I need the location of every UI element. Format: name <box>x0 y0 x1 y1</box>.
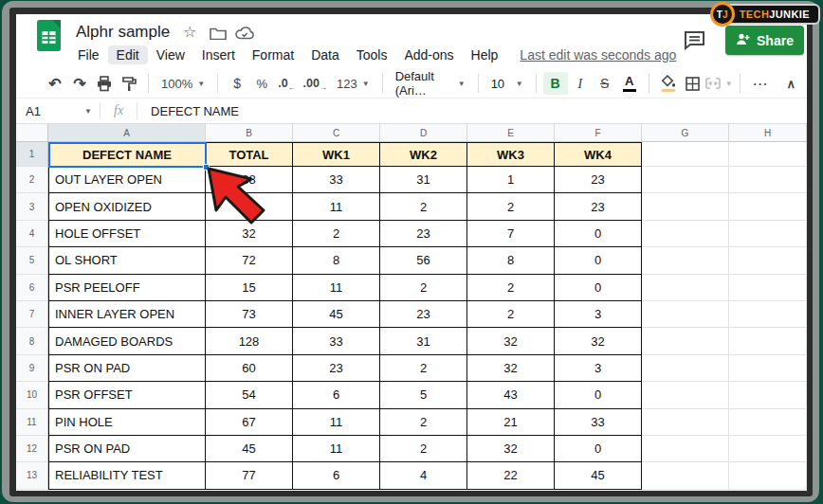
row-header-11[interactable]: 11 <box>16 409 48 436</box>
undo-icon[interactable]: ↶ <box>43 72 67 95</box>
cell-D1[interactable]: WK2 <box>380 142 467 167</box>
menu-item-add-ons[interactable]: Add-ons <box>395 45 462 64</box>
increase-decimal-button[interactable]: .00→ <box>300 77 331 90</box>
comment-history-icon[interactable] <box>684 30 705 54</box>
cell-D11[interactable]: 2 <box>380 409 467 436</box>
cell-A3[interactable]: OPEN OXIDIZED <box>48 193 206 220</box>
row-header-6[interactable]: 6 <box>16 275 48 301</box>
cell-E2[interactable]: 1 <box>467 167 555 193</box>
cell-E6[interactable]: 2 <box>467 275 555 301</box>
document-title[interactable]: Alphr sample <box>76 23 170 42</box>
cell-H10[interactable] <box>729 382 807 408</box>
cell-D4[interactable]: 23 <box>380 221 467 247</box>
menu-item-data[interactable]: Data <box>302 45 348 64</box>
cell-F1[interactable]: WK4 <box>555 142 642 167</box>
cell-D10[interactable]: 5 <box>380 382 467 408</box>
cell-G4[interactable] <box>642 221 729 247</box>
cell-D2[interactable]: 31 <box>380 167 467 193</box>
cell-A6[interactable]: PSR PEELOFF <box>48 275 206 301</box>
cell-A10[interactable]: PSR OFFSET <box>48 382 206 408</box>
menu-item-file[interactable]: File <box>69 45 108 64</box>
cell-C9[interactable]: 23 <box>293 355 380 382</box>
cell-E13[interactable]: 22 <box>467 462 555 489</box>
cell-G9[interactable] <box>642 355 729 382</box>
cell-A2[interactable]: OUT LAYER OPEN <box>48 167 206 193</box>
font-family-select[interactable]: Default (Ari… ▼ <box>390 72 471 95</box>
cell-E5[interactable]: 8 <box>467 247 555 274</box>
cell-F10[interactable]: 0 <box>555 382 642 408</box>
cloud-status-icon[interactable] <box>235 27 254 44</box>
cell-G5[interactable] <box>642 247 729 274</box>
cell-D7[interactable]: 23 <box>380 301 467 328</box>
cell-A8[interactable]: DAMAGED BOARDS <box>48 328 206 354</box>
cell-G3[interactable] <box>642 193 729 220</box>
column-header-C[interactable]: C <box>293 124 380 142</box>
column-header-F[interactable]: F <box>555 124 642 142</box>
bold-button[interactable]: B <box>543 72 568 95</box>
formula-input[interactable]: DEFECT NAME <box>137 104 239 118</box>
decrease-decimal-button[interactable]: .0← <box>274 77 299 90</box>
cell-C6[interactable]: 11 <box>293 275 380 301</box>
cell-F11[interactable]: 33 <box>555 409 642 436</box>
cell-F12[interactable]: 0 <box>555 436 642 462</box>
cell-D6[interactable]: 2 <box>380 275 467 301</box>
cell-F13[interactable]: 45 <box>555 462 642 489</box>
cell-E3[interactable]: 2 <box>467 193 555 220</box>
cell-B9[interactable]: 60 <box>206 355 293 382</box>
zoom-select[interactable]: 100% ▼ <box>155 72 210 95</box>
grid-corner-box[interactable] <box>16 124 48 142</box>
strikethrough-button[interactable]: S <box>593 72 617 95</box>
column-header-D[interactable]: D <box>380 124 467 142</box>
cell-C5[interactable]: 8 <box>293 247 380 274</box>
move-folder-icon[interactable] <box>210 27 227 44</box>
cell-C3[interactable]: 11 <box>293 193 380 220</box>
cell-C1[interactable]: WK1 <box>293 142 380 167</box>
cell-H8[interactable] <box>729 328 807 354</box>
cell-E11[interactable]: 21 <box>467 409 555 436</box>
cell-G2[interactable] <box>642 167 729 193</box>
row-header-3[interactable]: 3 <box>16 193 48 220</box>
cell-G1[interactable] <box>642 142 729 167</box>
print-icon[interactable] <box>92 72 117 95</box>
menu-item-tools[interactable]: Tools <box>348 45 396 64</box>
cell-C4[interactable]: 2 <box>293 221 380 247</box>
cell-F5[interactable]: 0 <box>555 247 642 274</box>
row-header-13[interactable]: 13 <box>16 462 48 489</box>
cell-D8[interactable]: 31 <box>380 328 467 354</box>
format-currency-button[interactable]: $ <box>225 72 249 95</box>
cell-H1[interactable] <box>729 142 807 167</box>
column-header-H[interactable]: H <box>729 124 807 142</box>
cell-F7[interactable]: 3 <box>555 301 642 328</box>
cell-D12[interactable]: 2 <box>380 436 467 462</box>
cell-H3[interactable] <box>729 193 807 220</box>
cell-A7[interactable]: INNER LAYER OPEN <box>48 301 206 328</box>
cell-H5[interactable] <box>729 247 807 274</box>
cell-B6[interactable]: 15 <box>206 275 293 301</box>
cell-E10[interactable]: 43 <box>467 382 555 408</box>
cell-D3[interactable]: 2 <box>380 193 467 220</box>
more-toolbar-button[interactable]: ⋯ <box>747 75 775 93</box>
cell-B7[interactable]: 73 <box>206 301 293 328</box>
merge-cells-button[interactable]: ▼ <box>705 72 733 95</box>
cell-G13[interactable] <box>642 462 729 489</box>
cell-F8[interactable]: 32 <box>555 328 642 354</box>
cell-A12[interactable]: PSR ON PAD <box>48 436 206 462</box>
cell-G7[interactable] <box>642 301 729 328</box>
name-box[interactable]: A1 ▼ <box>16 104 100 118</box>
cell-H12[interactable] <box>729 436 807 462</box>
paint-format-icon[interactable] <box>117 72 141 95</box>
cell-F9[interactable]: 3 <box>555 355 642 382</box>
fill-color-button[interactable] <box>656 75 681 92</box>
cell-B11[interactable]: 67 <box>206 409 293 436</box>
cell-H9[interactable] <box>729 355 807 382</box>
menu-item-edit[interactable]: Edit <box>108 45 148 64</box>
cell-D5[interactable]: 56 <box>380 247 467 274</box>
cell-G12[interactable] <box>642 436 729 462</box>
cell-D9[interactable]: 2 <box>380 355 467 382</box>
cell-E4[interactable]: 7 <box>467 221 555 247</box>
cell-A9[interactable]: PSR ON PAD <box>48 355 206 382</box>
more-formats-select[interactable]: 123 ▼ <box>331 72 375 95</box>
cell-B5[interactable]: 72 <box>206 247 293 274</box>
row-header-2[interactable]: 2 <box>16 167 48 193</box>
cell-G8[interactable] <box>642 328 729 354</box>
